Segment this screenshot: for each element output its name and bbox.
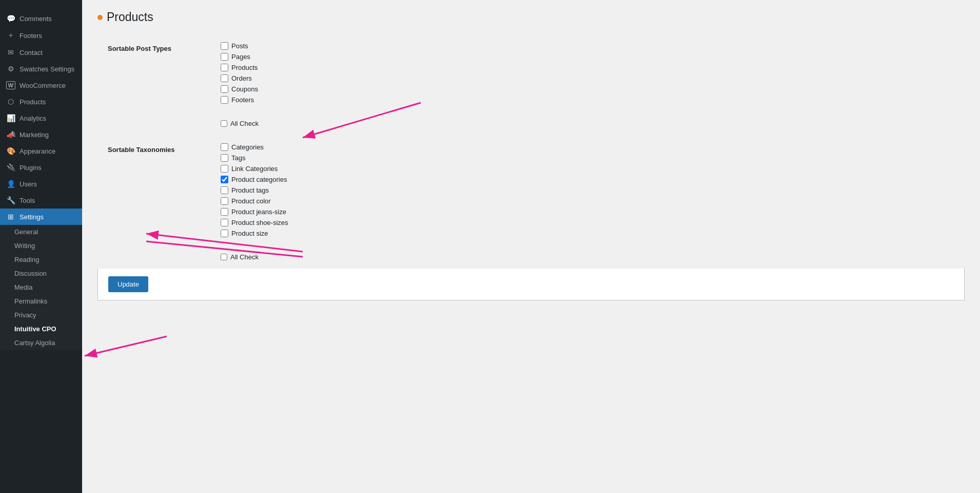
sidebar: 💬 Comments ＋ Footers ✉ Contact ⚙ Swatche… bbox=[0, 0, 82, 493]
sidebar-item-settings[interactable]: ⊞ Settings bbox=[0, 208, 82, 225]
checkbox-tags-input[interactable] bbox=[221, 154, 228, 162]
checkbox-footers[interactable]: Footers bbox=[221, 96, 954, 104]
analytics-icon: 📊 bbox=[6, 114, 15, 122]
sidebar-item-analytics[interactable]: 📊 Analytics bbox=[0, 110, 82, 126]
submenu-writing[interactable]: Writing bbox=[0, 239, 82, 253]
all-check-2-input[interactable] bbox=[221, 254, 227, 260]
submenu-discussion[interactable]: Discussion bbox=[0, 267, 82, 280]
sidebar-item-label: Settings bbox=[19, 213, 44, 221]
checkbox-orders[interactable]: Orders bbox=[221, 74, 954, 82]
settings-icon: ⊞ bbox=[6, 213, 15, 221]
sidebar-item-label: WooCommerce bbox=[19, 82, 66, 89]
checkbox-products-input[interactable] bbox=[221, 64, 228, 71]
save-row: Update bbox=[97, 269, 965, 300]
page-title: Products bbox=[97, 10, 965, 24]
sidebar-item-appearance[interactable]: 🎨 Appearance bbox=[0, 143, 82, 159]
checkbox-pages-input[interactable] bbox=[221, 53, 228, 61]
taxonomies-group: Categories Tags Link Categories Product … bbox=[221, 143, 954, 237]
post-types-group: Posts Pages Products Orders bbox=[221, 42, 954, 104]
sidebar-item-label: Footers bbox=[19, 32, 42, 40]
checkbox-product-tags[interactable]: Product tags bbox=[221, 186, 954, 194]
footers-icon: ＋ bbox=[6, 31, 15, 40]
submenu-intuitive-cpo[interactable]: Intuitive CPO bbox=[0, 322, 82, 336]
sidebar-item-label: Appearance bbox=[19, 147, 55, 155]
checkbox-tags[interactable]: Tags bbox=[221, 154, 954, 162]
checkbox-categories[interactable]: Categories bbox=[221, 143, 954, 151]
checkbox-product-jeans-size-input[interactable] bbox=[221, 208, 228, 216]
sidebar-item-label: Users bbox=[19, 180, 37, 188]
sortable-taxonomies-row: Sortable Taxonomies Categories Tags Link… bbox=[97, 136, 965, 245]
submenu-permalinks[interactable]: Permalinks bbox=[0, 294, 82, 308]
checkbox-orders-input[interactable] bbox=[221, 74, 228, 82]
sortable-post-types-row: Sortable Post Types Posts Pages Products bbox=[97, 34, 965, 112]
checkbox-product-jeans-size[interactable]: Product jeans-size bbox=[221, 208, 954, 216]
sidebar-item-label: Tools bbox=[19, 197, 35, 204]
sidebar-item-label: Comments bbox=[19, 15, 52, 23]
sidebar-item-label: Plugins bbox=[19, 164, 42, 172]
tools-icon: 🔧 bbox=[6, 196, 15, 204]
main-content: Products Sortable Post Types Posts Pages bbox=[82, 0, 980, 493]
sidebar-item-users[interactable]: 👤 Users bbox=[0, 176, 82, 192]
checkbox-coupons[interactable]: Coupons bbox=[221, 85, 954, 93]
sortable-taxonomies-label: Sortable Taxonomies bbox=[97, 136, 210, 245]
checkbox-posts[interactable]: Posts bbox=[221, 42, 954, 50]
all-check-label-2[interactable]: All Check bbox=[221, 253, 954, 261]
checkbox-footers-input[interactable] bbox=[221, 96, 228, 104]
sidebar-item-label: Products bbox=[19, 98, 46, 106]
sidebar-item-swatches[interactable]: ⚙ Swatches Settings bbox=[0, 61, 82, 77]
swatches-icon: ⚙ bbox=[6, 65, 15, 73]
checkbox-product-shoe-sizes-input[interactable] bbox=[221, 219, 228, 226]
settings-submenu: General Writing Reading Discussion Media… bbox=[0, 225, 82, 350]
checkbox-product-size-input[interactable] bbox=[221, 230, 228, 237]
sidebar-item-label: Swatches Settings bbox=[19, 65, 74, 73]
svg-line-4 bbox=[85, 336, 167, 356]
checkbox-link-categories-input[interactable] bbox=[221, 165, 228, 173]
sidebar-item-tools[interactable]: 🔧 Tools bbox=[0, 192, 82, 208]
sortable-post-types-label: Sortable Post Types bbox=[97, 34, 210, 112]
checkbox-product-size[interactable]: Product size bbox=[221, 230, 954, 237]
sidebar-item-label: Marketing bbox=[19, 131, 49, 139]
submenu-general[interactable]: General bbox=[0, 225, 82, 239]
submenu-privacy[interactable]: Privacy bbox=[0, 308, 82, 322]
plugins-icon: 🔌 bbox=[6, 163, 15, 172]
checkbox-link-categories[interactable]: Link Categories bbox=[221, 165, 954, 173]
sidebar-item-comments[interactable]: 💬 Comments bbox=[0, 10, 82, 27]
submenu-reading[interactable]: Reading bbox=[0, 253, 82, 267]
comments-icon: 💬 bbox=[6, 14, 15, 23]
taxonomies-cell: Categories Tags Link Categories Product … bbox=[210, 136, 965, 245]
woocommerce-icon: W bbox=[6, 81, 15, 89]
submenu-cartsy-algolia[interactable]: Cartsy Algolia bbox=[0, 336, 82, 350]
page-header: Products bbox=[97, 10, 965, 24]
marketing-icon: 📣 bbox=[6, 130, 15, 139]
all-check-1-input[interactable] bbox=[221, 120, 227, 127]
sidebar-item-products[interactable]: ⬡ Products bbox=[0, 93, 82, 110]
sidebar-item-woocommerce[interactable]: W WooCommerce bbox=[0, 77, 82, 93]
checkbox-product-categories-input[interactable] bbox=[221, 176, 228, 183]
all-check-label-1[interactable]: All Check bbox=[221, 120, 954, 127]
sidebar-item-marketing[interactable]: 📣 Marketing bbox=[0, 126, 82, 143]
checkbox-product-tags-input[interactable] bbox=[221, 186, 228, 194]
sidebar-item-footers[interactable]: ＋ Footers bbox=[0, 27, 82, 44]
checkbox-product-categories[interactable]: Product categories bbox=[221, 176, 954, 183]
checkbox-products[interactable]: Products bbox=[221, 64, 954, 71]
checkbox-coupons-input[interactable] bbox=[221, 85, 228, 93]
settings-form: Sortable Post Types Posts Pages Products bbox=[97, 34, 965, 269]
checkbox-categories-input[interactable] bbox=[221, 143, 228, 151]
sidebar-item-label: Contact bbox=[19, 49, 43, 56]
contact-icon: ✉ bbox=[6, 48, 15, 56]
update-button[interactable]: Update bbox=[108, 276, 148, 292]
all-check-row-1: All Check bbox=[97, 112, 965, 136]
checkbox-posts-input[interactable] bbox=[221, 42, 228, 50]
checkbox-product-color-input[interactable] bbox=[221, 197, 228, 205]
appearance-icon: 🎨 bbox=[6, 147, 15, 155]
submenu-media[interactable]: Media bbox=[0, 280, 82, 294]
checkbox-product-shoe-sizes[interactable]: Product shoe-sizes bbox=[221, 219, 954, 226]
users-icon: 👤 bbox=[6, 180, 15, 188]
post-types-cell: Posts Pages Products Orders bbox=[210, 34, 965, 112]
products-icon: ⬡ bbox=[6, 98, 15, 106]
all-check-row-2: All Check bbox=[97, 245, 965, 269]
checkbox-product-color[interactable]: Product color bbox=[221, 197, 954, 205]
sidebar-item-contact[interactable]: ✉ Contact bbox=[0, 44, 82, 61]
sidebar-item-plugins[interactable]: 🔌 Plugins bbox=[0, 159, 82, 176]
checkbox-pages[interactable]: Pages bbox=[221, 53, 954, 61]
